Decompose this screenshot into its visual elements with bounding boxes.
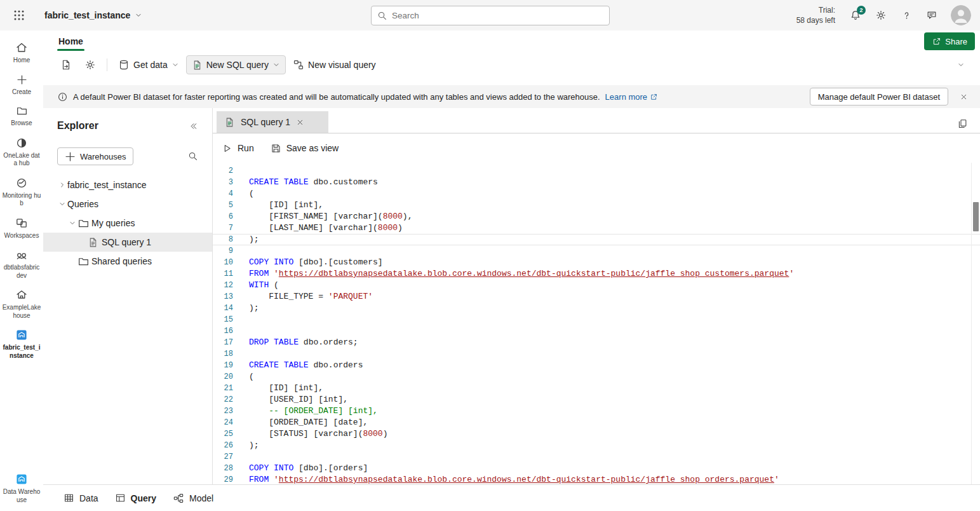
warehouse-settings-button[interactable] bbox=[79, 55, 102, 74]
tree-item-fabric-test-instance[interactable]: fabric_test_instance bbox=[43, 175, 212, 194]
code-line-22[interactable]: 22 [USER_ID] [int], bbox=[213, 394, 980, 405]
help-button[interactable] bbox=[896, 5, 916, 25]
share-button[interactable]: Share bbox=[924, 32, 975, 50]
code-line-8[interactable]: 8); bbox=[213, 234, 980, 245]
rail-item-create[interactable]: Create bbox=[1, 69, 43, 101]
tree-item-queries[interactable]: Queries bbox=[43, 194, 212, 214]
tab-home[interactable]: Home bbox=[53, 31, 88, 52]
nav-rail: HomeCreateBrowseOneLake data hubMonitori… bbox=[0, 31, 43, 511]
code-line-26[interactable]: 26); bbox=[213, 440, 980, 451]
save-as-view-label: Save as view bbox=[286, 143, 339, 153]
code-text: [ID] [int], bbox=[249, 200, 323, 211]
learn-more-link[interactable]: Learn more bbox=[605, 92, 658, 102]
notifications-button[interactable]: 2 bbox=[845, 5, 866, 25]
get-data-button[interactable]: Get data bbox=[112, 55, 185, 74]
run-button[interactable]: Run bbox=[222, 143, 254, 154]
new-visual-query-button[interactable]: New visual query bbox=[287, 55, 382, 74]
rail-item-browse[interactable]: Browse bbox=[1, 100, 43, 132]
code-line-12[interactable]: 12WITH ( bbox=[213, 280, 980, 291]
workspace-title[interactable]: fabric_test_instance bbox=[44, 10, 142, 20]
explorer-collapse-button[interactable] bbox=[183, 116, 203, 136]
code-line-6[interactable]: 6 [FIRST_NAME] [varchar](8000), bbox=[213, 211, 980, 222]
sql-document-icon bbox=[192, 60, 203, 71]
save-as-view-button[interactable]: Save as view bbox=[271, 143, 339, 154]
code-text: CREATE TABLE dbo.customers bbox=[249, 177, 378, 188]
chevron-right-icon[interactable] bbox=[57, 181, 67, 189]
code-line-5[interactable]: 5 [ID] [int], bbox=[213, 200, 980, 211]
code-editor[interactable]: 23CREATE TABLE dbo.customers4(5 [ID] [in… bbox=[213, 163, 980, 484]
rail-item-data-warehouse[interactable]: Data Warehouse bbox=[1, 468, 43, 508]
line-number: 25 bbox=[213, 428, 233, 440]
code-line-10[interactable]: 10COPY INTO [dbo].[customers] bbox=[213, 257, 980, 268]
banner-close-button[interactable] bbox=[953, 86, 974, 107]
code-line-20[interactable]: 20( bbox=[213, 371, 980, 383]
tab-sql-query-1[interactable]: SQL query 1 bbox=[217, 111, 328, 133]
code-line-3[interactable]: 3CREATE TABLE dbo.customers bbox=[213, 177, 980, 188]
chevron-down-icon[interactable] bbox=[67, 219, 77, 227]
code-line-18[interactable]: 18 bbox=[213, 348, 980, 360]
code-line-28[interactable]: 28COPY INTO [dbo].[orders] bbox=[213, 463, 980, 474]
code-line-21[interactable]: 21 [ID] [int], bbox=[213, 383, 980, 394]
new-query-shortcut-button[interactable] bbox=[55, 55, 77, 74]
code-line-11[interactable]: 11FROM 'https://dbtlabsynapsedatalake.bl… bbox=[213, 268, 980, 280]
code-line-17[interactable]: 17DROP TABLE dbo.orders; bbox=[213, 337, 980, 348]
bottom-tab-model[interactable]: Model bbox=[173, 493, 213, 504]
explorer-search-button[interactable] bbox=[183, 146, 203, 167]
code-line-16[interactable]: 16 bbox=[213, 325, 980, 337]
query-tab-label: SQL query 1 bbox=[241, 117, 290, 127]
search-box[interactable] bbox=[371, 6, 610, 25]
code-line-19[interactable]: 19CREATE TABLE dbo.orders bbox=[213, 360, 980, 371]
code-line-13[interactable]: 13 FILE_TYPE = 'PARQUET' bbox=[213, 291, 980, 303]
code-line-2[interactable]: 2 bbox=[213, 165, 980, 177]
code-line-25[interactable]: 25 [STATUS] [varchar](8000) bbox=[213, 428, 980, 440]
code-line-23[interactable]: 23 -- [ORDER_DATE] [int], bbox=[213, 405, 980, 417]
search-input[interactable] bbox=[392, 11, 603, 20]
rail-item-examplelakehouse[interactable]: ExampleLakehouse bbox=[1, 284, 43, 324]
rail-item-monitoring-hub[interactable]: Monitoring hub bbox=[1, 172, 43, 212]
close-tab-icon[interactable] bbox=[296, 118, 304, 126]
feedback-button[interactable] bbox=[922, 5, 942, 25]
tree-item-my-queries[interactable]: My queries bbox=[43, 214, 212, 233]
rail-item-label: Workspaces bbox=[2, 232, 41, 240]
duplicate-tab-button[interactable] bbox=[952, 113, 972, 133]
tree-item-sql-query-1[interactable]: SQL query 1 bbox=[43, 233, 212, 252]
add-warehouses-button[interactable]: Warehouses bbox=[57, 147, 133, 165]
manage-dataset-button[interactable]: Manage default Power BI dataset bbox=[810, 88, 948, 106]
tree-item-label: SQL query 1 bbox=[102, 237, 151, 247]
code-line-4[interactable]: 4( bbox=[213, 188, 980, 200]
tree-item-shared-queries[interactable]: Shared queries bbox=[43, 252, 212, 271]
rail-item-onelake-data-hub[interactable]: OneLake data hub bbox=[1, 132, 43, 172]
code-line-7[interactable]: 7 [LAST_NAME] [varchar](8000) bbox=[213, 222, 980, 234]
new-sql-query-button[interactable]: New SQL query bbox=[186, 55, 286, 74]
line-number: 8 bbox=[213, 234, 233, 245]
app-launcher-button[interactable] bbox=[9, 5, 29, 25]
ribbon-collapse-button[interactable] bbox=[951, 55, 971, 75]
scrollbar-thumb[interactable] bbox=[973, 202, 979, 231]
settings-button[interactable] bbox=[871, 5, 891, 25]
code-line-15[interactable]: 15 bbox=[213, 314, 980, 325]
get-data-label: Get data bbox=[133, 60, 168, 70]
avatar[interactable] bbox=[951, 5, 971, 25]
gear-icon bbox=[84, 59, 96, 71]
chevron-down-icon[interactable] bbox=[57, 200, 67, 208]
monitorhub-icon bbox=[15, 177, 28, 189]
rail-item-workspaces[interactable]: Workspaces bbox=[1, 212, 43, 245]
code-line-14[interactable]: 14); bbox=[213, 303, 980, 314]
editor-scrollbar[interactable] bbox=[971, 163, 980, 484]
bottom-tab-query[interactable]: Query bbox=[115, 493, 156, 503]
gear-icon bbox=[875, 10, 887, 21]
code-line-27[interactable]: 27 bbox=[213, 451, 980, 463]
line-number: 16 bbox=[213, 325, 233, 337]
bottom-tab-data[interactable]: Data bbox=[64, 493, 98, 503]
run-label: Run bbox=[238, 143, 254, 153]
rail-item-dbtlabsfabricdev[interactable]: dbtlabsfabricdev bbox=[1, 244, 43, 284]
model-icon bbox=[173, 493, 184, 504]
rail-item-fabric-test-instance[interactable]: fabric_test_instance bbox=[1, 324, 43, 364]
line-number: 10 bbox=[213, 257, 233, 268]
rail-item-home[interactable]: Home bbox=[1, 37, 43, 69]
code-line-9[interactable]: 9 bbox=[213, 245, 980, 257]
banner-message: A default Power BI dataset for faster re… bbox=[73, 92, 600, 102]
code-line-29[interactable]: 29FROM 'https://dbtlabsynapsedatalake.bl… bbox=[213, 474, 980, 484]
code-line-24[interactable]: 24 [ORDER_DATE] [date], bbox=[213, 417, 980, 428]
play-icon bbox=[222, 143, 232, 154]
